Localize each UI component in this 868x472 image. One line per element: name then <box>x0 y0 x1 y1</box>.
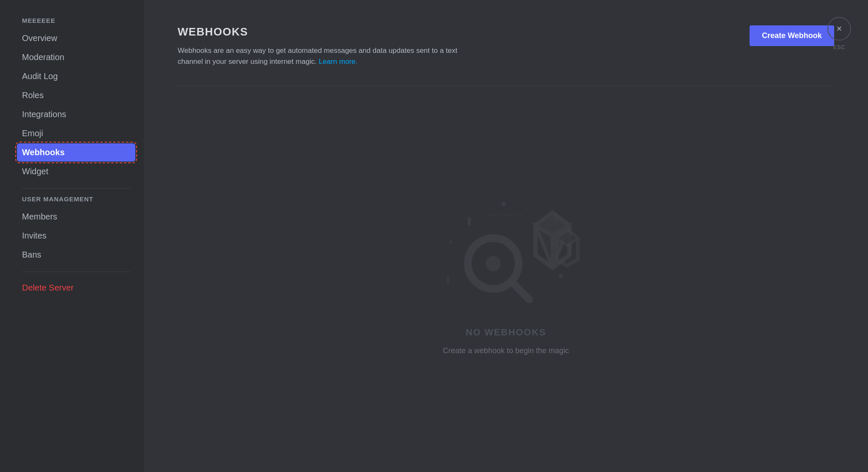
page-description: Webhooks are an easy way to get automate… <box>178 45 474 67</box>
empty-state-subtitle: Create a webhook to begin the magic <box>443 346 569 355</box>
main-content: WEBHOOKS Webhooks are an easy way to get… <box>144 0 868 472</box>
empty-state: NO WEBHOOKS Create a webhook to begin th… <box>178 96 834 447</box>
description-text: Webhooks are an easy way to get automate… <box>178 47 457 66</box>
content-divider <box>178 85 834 86</box>
empty-state-title: NO WEBHOOKS <box>466 327 546 338</box>
sidebar-item-invites[interactable]: Invites <box>17 227 135 245</box>
empty-illustration <box>426 187 586 314</box>
close-button-area: × ESC <box>827 17 851 50</box>
sidebar-item-bans[interactable]: Bans <box>17 246 135 264</box>
svg-point-0 <box>502 202 506 206</box>
header-text-area: WEBHOOKS Webhooks are an easy way to get… <box>178 25 474 67</box>
create-webhook-button[interactable]: Create Webhook <box>750 25 834 46</box>
sidebar-divider-1 <box>22 188 130 189</box>
sidebar: MEEEEEE Overview Moderation Audit Log Ro… <box>0 0 144 472</box>
sidebar-item-widget[interactable]: Widget <box>17 162 135 181</box>
sidebar-item-emoji[interactable]: Emoji <box>17 124 135 143</box>
sidebar-item-roles[interactable]: Roles <box>17 86 135 104</box>
sidebar-divider-2 <box>22 272 130 272</box>
page-title: WEBHOOKS <box>178 25 474 38</box>
svg-rect-4 <box>447 276 449 284</box>
svg-point-3 <box>559 274 563 278</box>
sidebar-item-delete-server[interactable]: Delete Server <box>17 279 135 297</box>
sidebar-user-management-label: USER MANAGEMENT <box>17 195 135 203</box>
svg-rect-1 <box>468 217 471 225</box>
svg-point-9 <box>486 256 501 271</box>
close-button[interactable]: × <box>827 17 851 41</box>
sidebar-item-integrations[interactable]: Integrations <box>17 105 135 123</box>
learn-more-link[interactable]: Learn more. <box>319 58 358 66</box>
sidebar-item-audit-log[interactable]: Audit Log <box>17 67 135 85</box>
sidebar-item-webhooks[interactable]: Webhooks <box>17 143 135 162</box>
sidebar-item-overview[interactable]: Overview <box>17 29 135 47</box>
svg-point-5 <box>449 241 453 244</box>
svg-line-8 <box>514 284 529 299</box>
esc-label: ESC <box>833 44 846 50</box>
page-header: WEBHOOKS Webhooks are an easy way to get… <box>178 25 834 67</box>
sidebar-item-members[interactable]: Members <box>17 208 135 226</box>
sidebar-section-label: MEEEEEE <box>17 17 135 24</box>
sidebar-item-moderation[interactable]: Moderation <box>17 48 135 66</box>
